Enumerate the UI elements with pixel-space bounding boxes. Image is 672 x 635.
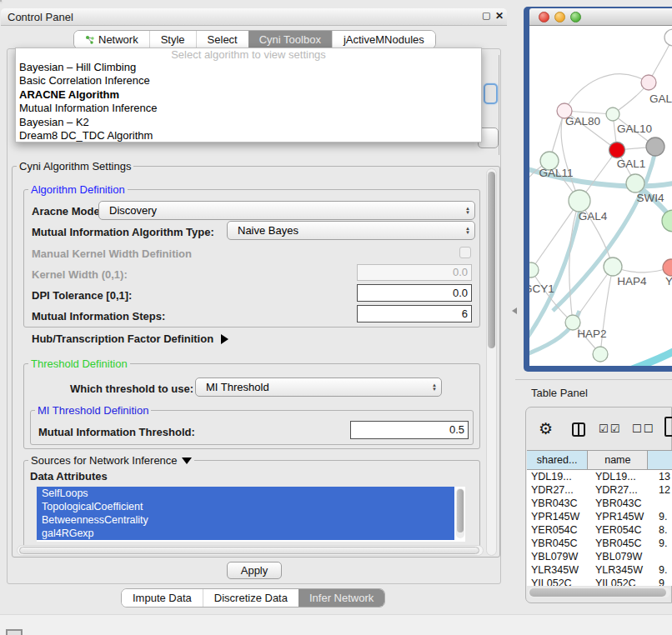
zoom-traffic-light[interactable] <box>570 12 581 22</box>
column-header-name[interactable]: name <box>588 451 648 469</box>
dropdown-item[interactable]: Mutual Information Inference <box>16 102 481 115</box>
table-row[interactable]: YLR345WYLR345W9. <box>527 563 672 577</box>
table-row[interactable]: YBL079WYBL079W <box>527 550 672 563</box>
table-row[interactable]: YER054CYER054C8. <box>527 523 672 537</box>
deselect-all-checkboxes-icon[interactable]: ☐☐ <box>632 422 654 435</box>
table-row[interactable]: YIL052CYIL052C9 <box>527 577 672 586</box>
scrollbar-thumb[interactable] <box>457 489 464 532</box>
close-icon[interactable]: ✕ <box>495 10 504 22</box>
scrollbar-thumb[interactable] <box>529 588 666 597</box>
node[interactable] <box>646 138 664 156</box>
scrollbar-thumb[interactable] <box>488 172 495 348</box>
node-gal10[interactable] <box>606 108 619 121</box>
node[interactable] <box>662 210 672 232</box>
table-horizontal-scrollbar[interactable] <box>528 588 670 598</box>
tab-discretize-data[interactable]: Discretize Data <box>203 589 298 607</box>
manual-kernel-width-label: Manual Kernel Width Definition <box>32 248 192 260</box>
tab-select-label: Select <box>208 31 238 48</box>
node-label: SWI4 <box>636 192 664 204</box>
table-row[interactable]: YPR145WYPR145W9. <box>527 510 672 523</box>
node[interactable] <box>664 29 672 46</box>
cell <box>654 497 672 510</box>
sources-group-title[interactable]: Sources for Network Inference <box>28 454 194 467</box>
table-row[interactable]: YBR045CYBR045C9. <box>527 537 672 550</box>
mi-algorithm-type-select[interactable]: Naive Bayes ▲▼ <box>227 221 475 240</box>
network-canvas[interactable]: GAL GAL80 GAL10 GAL1 GAL11 SWI4 GAL4 GCY… <box>529 26 672 366</box>
tab-style[interactable]: Style <box>149 31 196 48</box>
tab-select[interactable]: Select <box>196 31 248 48</box>
manual-kernel-width-checkbox[interactable] <box>459 247 471 258</box>
tab-discretize-data-label: Discretize Data <box>214 589 288 607</box>
list-item[interactable]: BetweennessCentrality <box>37 513 454 527</box>
node-gal1[interactable] <box>609 142 625 158</box>
cell: YBR045C <box>591 537 654 550</box>
kernel-width-field: 0.0 <box>357 264 472 281</box>
table-row[interactable]: YDR27...YDR27...12 <box>527 483 672 497</box>
column-header-partial[interactable] <box>648 451 672 469</box>
node-swi4[interactable] <box>626 174 644 192</box>
tab-cyni-toolbox-label: Cyni Toolbox <box>259 31 321 48</box>
cyni-algorithm-settings-title: Cyni Algorithm Settings <box>17 160 133 172</box>
new-table-icon[interactable] <box>664 417 672 437</box>
node-hap4[interactable] <box>604 258 622 276</box>
apply-button[interactable]: Apply <box>227 562 282 579</box>
settings-vertical-scrollbar[interactable] <box>486 168 497 556</box>
corner-widget-icon[interactable] <box>6 629 23 635</box>
hub-definition-expander[interactable]: Hub/Transcription Factor Definition <box>32 332 228 345</box>
list-vertical-scrollbar[interactable] <box>456 488 464 538</box>
which-threshold-select[interactable]: MI Threshold ▲▼ <box>195 378 442 397</box>
dropdown-item[interactable]: Basic Correlation Inference <box>16 74 481 88</box>
close-traffic-light[interactable] <box>539 12 549 22</box>
splitter-handle-icon[interactable] <box>512 308 517 314</box>
control-panel-title: Control Panel <box>8 11 73 23</box>
network-window-titlebar[interactable] <box>529 8 672 26</box>
dpi-tolerance-label: DPI Tolerance [0,1]: <box>32 289 132 302</box>
columns-icon[interactable] <box>572 422 585 437</box>
scrollbar-thumb[interactable] <box>19 547 479 554</box>
cell: YBL079W <box>527 550 591 563</box>
float-window-icon[interactable]: ▢ <box>482 10 490 21</box>
dropdown-item[interactable]: Bayesian – K2 <box>16 116 481 129</box>
table-row[interactable]: YBR043CYBR043C <box>527 497 672 510</box>
node[interactable] <box>663 259 672 276</box>
tab-network[interactable]: Network <box>74 31 149 48</box>
dropdown-item[interactable]: Dream8 DC_TDC Algorithm <box>16 129 481 142</box>
list-item[interactable]: TopologicalCoefficient <box>37 500 454 513</box>
node[interactable] <box>641 75 656 90</box>
cell: YBR045C <box>527 537 591 550</box>
tab-infer-network[interactable]: Infer Network <box>298 589 384 607</box>
select-all-checkboxes-icon[interactable]: ☑☑ <box>599 422 621 435</box>
node[interactable] <box>593 347 608 362</box>
tab-impute-data[interactable]: Impute Data <box>122 589 203 607</box>
cell: 8. <box>654 523 672 537</box>
list-item[interactable]: SelfLoops <box>37 487 454 500</box>
tab-cyni-toolbox[interactable]: Cyni Toolbox <box>248 31 332 48</box>
dropdown-item[interactable]: ARACNE Algorithm <box>16 88 481 102</box>
list-item[interactable]: gal4RGexp <box>37 527 454 540</box>
mi-steps-field[interactable]: 6 <box>357 305 472 322</box>
node-labels: GAL GAL80 GAL10 GAL1 GAL11 SWI4 GAL4 GCY… <box>529 92 672 340</box>
settings-horizontal-scrollbar[interactable] <box>17 545 484 556</box>
expand-right-icon <box>221 334 228 344</box>
dpi-tolerance-field[interactable]: 0.0 <box>357 284 472 302</box>
aracne-mode-select[interactable]: Discovery ▲▼ <box>98 201 475 220</box>
table-row[interactable]: YDL19...YDL19...13 <box>527 470 672 483</box>
sources-title-label: Sources for Network Inference <box>31 454 178 467</box>
gear-icon[interactable]: ⚙ <box>539 419 553 438</box>
tab-network-label: Network <box>98 31 138 48</box>
node-table: shared... name YDL19...YDL19...13 YDR27.… <box>527 450 672 586</box>
cell: YLR345W <box>591 563 654 577</box>
control-panel-tabbar: Network Style Select Cyni Toolbox jActiv… <box>73 30 436 49</box>
mi-threshold-field[interactable]: 0.5 <box>350 421 469 439</box>
tab-jactivemnodules[interactable]: jActiveMNodules <box>332 31 435 48</box>
table-panel-title: Table Panel <box>531 387 588 399</box>
cell: YLR345W <box>527 563 591 577</box>
cell: 13 <box>654 470 672 483</box>
minimize-traffic-light[interactable] <box>554 12 565 22</box>
table-header-row: shared... name <box>527 450 672 470</box>
node-gal4[interactable] <box>569 190 590 212</box>
column-header-shared-name[interactable]: shared... <box>527 451 588 469</box>
node-gcy1[interactable] <box>529 262 539 278</box>
dropdown-item[interactable]: Bayesian – Hill Climbing <box>16 61 481 74</box>
cyni-bottom-tabbar: Impute Data Discretize Data Infer Networ… <box>121 588 385 608</box>
